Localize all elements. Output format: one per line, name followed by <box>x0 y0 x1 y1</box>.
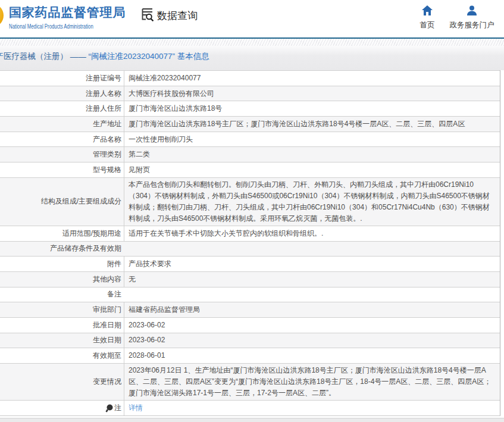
data-query-label: 数据查询 <box>157 9 198 23</box>
table-row: 变更情况2023年06月12日 1、生产地址由“厦门市海沧区山边洪东路18号主厂… <box>0 363 500 400</box>
table-row: 产品名称一次性使用刨削刀头 <box>0 132 500 147</box>
row-label: 注 <box>0 401 124 415</box>
row-label: 其他内容 <box>0 272 124 287</box>
site-title-cn: 国家药品监督管理局 <box>9 4 126 21</box>
row-value: 2023年06月12日 1、生产地址由“厦门市海沧区山边洪东路18号主厂区；厦门… <box>124 364 500 400</box>
document-search-icon <box>141 7 154 24</box>
breadcrumb-title: “闽械注准20232040077” 基本信息 <box>89 51 209 62</box>
row-value: 一次性使用刨削刀头 <box>124 132 500 147</box>
row-value <box>124 242 500 257</box>
row-value: 福建省药品监督管理局 <box>124 302 500 317</box>
site-title-en: National Medical Products Administration <box>9 23 100 30</box>
row-label: 附件 <box>0 257 124 271</box>
table-row: 适用范围/预期用途适用于在关节镜手术中切除大小关节腔内的软组织和骨组织。. <box>0 226 500 241</box>
row-value: 大博医疗科技股份有限公司 <box>124 86 500 101</box>
row-label: 产品储存条件及有效期 <box>0 242 124 257</box>
note-pin-icon <box>105 404 113 412</box>
page: 国家药品监督管理局 National Medical Products Admi… <box>0 0 504 422</box>
national-emblem-icon <box>0 4 4 27</box>
row-value: 2023-06-02 <box>124 318 500 333</box>
row-label: 注册人名称 <box>0 86 124 101</box>
row-label: 管理类别 <box>0 147 124 162</box>
row-value: 厦门市海沧区山边洪东路18号主厂区；厦门市海沧区山边洪东路18号4号楼一层A区、… <box>124 117 500 132</box>
row-value: 闽械注准20232040077 <box>124 71 500 86</box>
table-row: 产品储存条件及有效期 <box>0 241 500 257</box>
breadcrumb: 产医疗器械（注册） —— “闽械注准20232040077” 基本信息 <box>0 46 504 70</box>
breadcrumb-dash: —— <box>68 52 89 61</box>
table-row: 备注 <box>0 287 500 302</box>
row-label: 适用范围/预期用途 <box>0 226 124 241</box>
nav-portal[interactable]: 政务服务门户 <box>448 5 496 30</box>
table-row: 注册证编号闽械注准20232040077 <box>0 70 500 86</box>
row-value: 适用于在关节镜手术中切除大小关节腔内的软组织和骨组织。. <box>124 226 500 241</box>
row-label: 生产地址 <box>0 117 124 132</box>
detail-link[interactable]: 详情 <box>129 402 143 414</box>
row-label: 生效日期 <box>0 333 124 348</box>
row-label: 审批部门 <box>0 302 124 317</box>
row-label: 结构及组成/主要组成成分 <box>0 178 124 226</box>
table-row: 有效期至2028-06-01 <box>0 348 500 363</box>
row-value: 详情 <box>124 401 500 415</box>
table-row: 批准日期2023-06-02 <box>0 317 500 333</box>
row-label: 注册人住所 <box>0 101 124 116</box>
home-icon <box>422 5 433 15</box>
row-value: 见附页 <box>124 162 500 177</box>
table-row: 审批部门福建省药品监督管理局 <box>0 302 500 317</box>
row-value: 2023-06-02 <box>124 333 500 348</box>
user-icon <box>467 5 477 15</box>
row-value: 本产品包含刨削刀头和翻转刨刀。刨削刀头由刀柄、刀杆、外鞘刀头、内鞘刀头组成，其中… <box>124 178 500 226</box>
row-label: 变更情况 <box>0 364 124 400</box>
row-label: 型号规格 <box>0 162 124 177</box>
nav-portal-label: 政务服务门户 <box>448 20 496 30</box>
row-label: 备注 <box>0 287 124 302</box>
row-value: 第二类 <box>124 147 500 162</box>
row-value: 产品技术要求 <box>124 257 500 271</box>
table-row: 生效日期2023-06-02 <box>0 333 500 348</box>
table-row: 注册人住所厦门市海沧区山边洪东路18号 <box>0 101 500 116</box>
row-value: 厦门市海沧区山边洪东路18号 <box>124 101 500 116</box>
site-header: 国家药品监督管理局 National Medical Products Admi… <box>0 0 504 39</box>
table-row: 管理类别第二类 <box>0 146 500 162</box>
table-row: 型号规格见附页 <box>0 162 500 177</box>
table-row: 结构及组成/主要组成成分本产品包含刨削刀头和翻转刨刀。刨削刀头由刀柄、刀杆、外鞘… <box>0 177 500 226</box>
table-row: 其他内容无 <box>0 271 500 287</box>
footer-band <box>0 418 504 422</box>
hatch-divider <box>0 39 504 46</box>
row-value <box>124 287 500 302</box>
table-row: 注册人名称大博医疗科技股份有限公司 <box>0 86 500 101</box>
table-row: 附件产品技术要求 <box>0 256 500 271</box>
row-label: 产品名称 <box>0 132 124 147</box>
row-label: 有效期至 <box>0 348 124 363</box>
breadcrumb-section: 医疗器械（注册） <box>4 51 68 62</box>
data-query-menu[interactable]: 数据查询 <box>141 7 198 24</box>
nav-home[interactable]: 首页 <box>403 5 451 30</box>
row-label: 批准日期 <box>0 318 124 333</box>
info-table: 注册证编号闽械注准20232040077注册人名称大博医疗科技股份有限公司注册人… <box>0 70 500 416</box>
row-value: 2028-06-01 <box>124 348 500 363</box>
table-row: 注详情 <box>0 400 500 415</box>
site-logo: 国家药品监督管理局 National Medical Products Admi… <box>9 4 126 30</box>
table-row: 生产地址厦门市海沧区山边洪东路18号主厂区；厦门市海沧区山边洪东路18号4号楼一… <box>0 116 500 132</box>
row-label: 注册证编号 <box>0 71 124 86</box>
nav-home-label: 首页 <box>403 20 451 30</box>
row-value: 无 <box>124 272 500 287</box>
